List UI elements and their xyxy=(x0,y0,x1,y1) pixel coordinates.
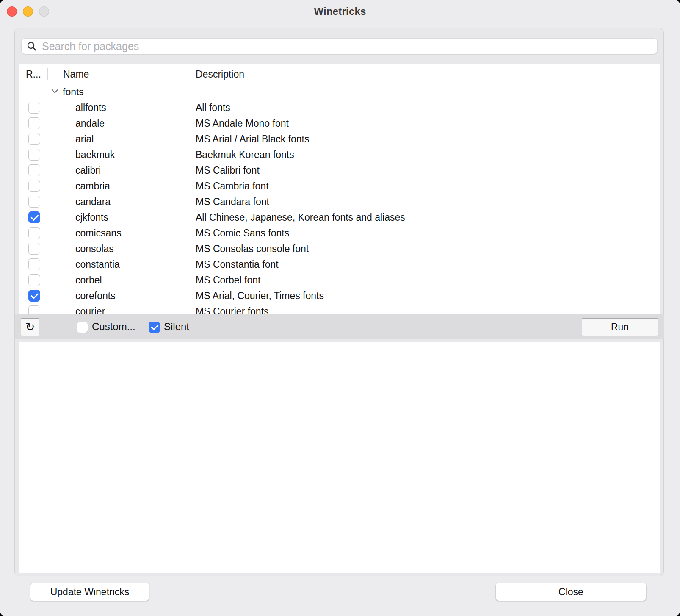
close-button[interactable]: Close xyxy=(496,583,646,601)
toolbar: ↻ Custom... Silent Run xyxy=(15,314,664,339)
table-row[interactable]: candara MS Candara font xyxy=(19,194,660,210)
group-row-fonts[interactable]: fonts xyxy=(19,84,660,100)
row-description: MS Comic Sans fonts xyxy=(196,228,289,239)
traffic-lights xyxy=(7,6,49,17)
refresh-icon: ↻ xyxy=(25,320,35,334)
silent-checkbox[interactable] xyxy=(149,322,160,333)
row-description: MS Consolas console font xyxy=(196,243,309,255)
row-checkbox[interactable] xyxy=(28,149,40,161)
row-name: candara xyxy=(75,196,111,208)
row-description: MS Andale Mono font xyxy=(196,118,289,129)
row-description: MS Constantia font xyxy=(196,259,279,270)
row-checkbox[interactable] xyxy=(28,180,40,192)
close-button-label: Close xyxy=(558,586,583,598)
update-winetricks-label: Update Winetricks xyxy=(50,586,130,598)
run-button[interactable]: Run xyxy=(582,318,658,336)
row-name: corbel xyxy=(75,275,102,286)
table-header: R... Name Description xyxy=(19,64,660,84)
close-window-icon[interactable] xyxy=(7,6,17,17)
column-separator xyxy=(192,68,192,80)
window-title: Winetricks xyxy=(314,6,366,17)
row-description: All fonts xyxy=(196,102,230,114)
row-name: constantia xyxy=(75,259,120,270)
row-name: calibri xyxy=(75,165,101,176)
run-button-label: Run xyxy=(611,322,629,333)
row-description: Baekmuk Korean fonts xyxy=(196,149,294,161)
output-log-area xyxy=(19,342,660,573)
row-checkbox[interactable] xyxy=(28,258,40,270)
zoom-window-icon[interactable] xyxy=(39,6,49,17)
minimize-window-icon[interactable] xyxy=(23,6,33,17)
table-row[interactable]: corefonts MS Arial, Courier, Times fonts xyxy=(19,288,660,304)
column-header-run[interactable]: R... xyxy=(26,69,41,80)
table-row[interactable]: andale MS Andale Mono font xyxy=(19,116,660,131)
search-input[interactable] xyxy=(42,40,652,53)
package-table: R... Name Description fonts allfonts All… xyxy=(19,64,660,314)
row-name: allfonts xyxy=(75,102,106,114)
update-winetricks-button[interactable]: Update Winetricks xyxy=(30,583,149,601)
table-row[interactable]: cjkfonts All Chinese, Japanese, Korean f… xyxy=(19,210,660,225)
row-description: MS Candara font xyxy=(196,196,269,208)
table-row[interactable]: calibri MS Calibri font xyxy=(19,163,660,178)
row-name: consolas xyxy=(75,243,114,255)
group-label: fonts xyxy=(63,86,84,98)
winetricks-window: Winetricks R... Name Description xyxy=(0,0,680,616)
row-name: cambria xyxy=(75,180,110,192)
row-checkbox[interactable] xyxy=(28,102,40,114)
column-header-description[interactable]: Description xyxy=(196,69,244,80)
row-name: comicsans xyxy=(75,228,122,239)
table-row[interactable]: baekmuk Baekmuk Korean fonts xyxy=(19,147,660,163)
table-row[interactable]: allfonts All fonts xyxy=(19,100,660,116)
row-checkbox[interactable] xyxy=(28,290,40,302)
row-description: MS Calibri font xyxy=(196,165,260,176)
row-checkbox[interactable] xyxy=(28,243,40,255)
row-checkbox[interactable] xyxy=(28,211,40,223)
table-body: fonts allfonts All fonts andale MS Andal… xyxy=(19,84,660,314)
row-name: arial xyxy=(75,133,94,145)
row-description: All Chinese, Japanese, Korean fonts and … xyxy=(196,212,405,223)
refresh-button[interactable]: ↻ xyxy=(21,318,39,336)
row-checkbox[interactable] xyxy=(28,117,40,129)
row-checkbox[interactable] xyxy=(28,274,40,286)
table-row[interactable]: consolas MS Consolas console font xyxy=(19,241,660,257)
row-name: cjkfonts xyxy=(75,212,108,223)
row-checkbox[interactable] xyxy=(28,196,40,208)
row-checkbox[interactable] xyxy=(28,305,40,314)
custom-checkbox[interactable] xyxy=(77,322,88,333)
custom-checkbox-label[interactable]: Custom... xyxy=(92,321,135,333)
content-groupbox: R... Name Description fonts allfonts All… xyxy=(14,28,664,576)
row-checkbox[interactable] xyxy=(28,133,40,145)
row-description: MS Arial / Arial Black fonts xyxy=(196,133,309,145)
table-row[interactable]: corbel MS Corbel font xyxy=(19,272,660,288)
search-field[interactable] xyxy=(21,38,658,54)
column-separator xyxy=(47,68,48,80)
row-name: andale xyxy=(75,118,105,129)
row-description: MS Corbel font xyxy=(196,275,260,286)
table-row[interactable]: cambria MS Cambria font xyxy=(19,178,660,194)
row-name: courier xyxy=(75,306,105,314)
row-checkbox[interactable] xyxy=(28,164,40,176)
table-row[interactable]: constantia MS Constantia font xyxy=(19,257,660,272)
silent-checkbox-label[interactable]: Silent xyxy=(164,321,189,333)
table-row[interactable]: courier MS Courier fonts xyxy=(19,304,660,314)
row-checkbox[interactable] xyxy=(28,227,40,239)
row-name: corefonts xyxy=(75,290,116,302)
titlebar: Winetricks xyxy=(0,0,680,23)
chevron-down-icon[interactable] xyxy=(51,89,58,94)
row-name: baekmuk xyxy=(75,149,115,161)
row-description: MS Cambria font xyxy=(196,180,269,192)
table-row[interactable]: comicsans MS Comic Sans fonts xyxy=(19,225,660,241)
row-description: MS Courier fonts xyxy=(196,306,269,314)
row-description: MS Arial, Courier, Times fonts xyxy=(196,290,324,302)
column-header-name[interactable]: Name xyxy=(63,69,89,80)
table-row[interactable]: arial MS Arial / Arial Black fonts xyxy=(19,131,660,147)
search-icon xyxy=(27,41,37,51)
